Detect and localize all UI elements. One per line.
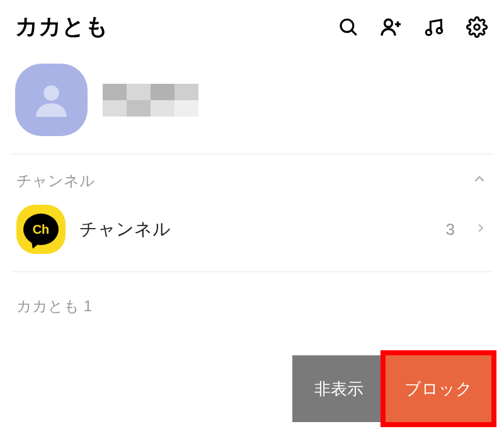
channel-icon: Ch: [16, 205, 66, 254]
settings-icon[interactable]: [465, 15, 489, 39]
svg-point-8: [43, 85, 59, 100]
svg-point-0: [341, 19, 353, 32]
section-label: カカとも: [16, 296, 79, 316]
chevron-right-icon: [474, 221, 488, 238]
friends-count: 1: [84, 297, 92, 315]
avatar: [15, 64, 88, 136]
friends-section-header[interactable]: カカとも 1: [0, 272, 504, 321]
svg-point-7: [474, 24, 480, 30]
app-header: カカとも: [0, 0, 504, 49]
hide-button[interactable]: 非表示: [292, 355, 386, 422]
channel-count: 3: [446, 220, 455, 239]
header-actions: [336, 15, 489, 39]
profile-name-redacted: [103, 84, 198, 117]
block-button[interactable]: ブロック: [381, 350, 496, 427]
channel-badge-text: Ch: [33, 222, 50, 237]
search-icon[interactable]: [336, 15, 360, 39]
channel-label: チャンネル: [79, 217, 432, 241]
music-icon[interactable]: [422, 15, 446, 39]
my-profile-row[interactable]: [0, 49, 504, 154]
svg-line-1: [352, 30, 357, 35]
svg-point-2: [385, 20, 392, 27]
section-label: チャンネル: [16, 171, 95, 191]
channel-section-header[interactable]: チャンネル: [0, 154, 504, 197]
swipe-actions: 非表示 ブロック: [292, 355, 496, 422]
svg-point-5: [426, 30, 432, 35]
page-title: カカとも: [15, 11, 108, 42]
svg-point-6: [437, 28, 442, 33]
chevron-up-icon: [471, 171, 488, 191]
add-friend-icon[interactable]: [379, 15, 403, 39]
channel-item[interactable]: Ch チャンネル 3: [0, 197, 504, 272]
